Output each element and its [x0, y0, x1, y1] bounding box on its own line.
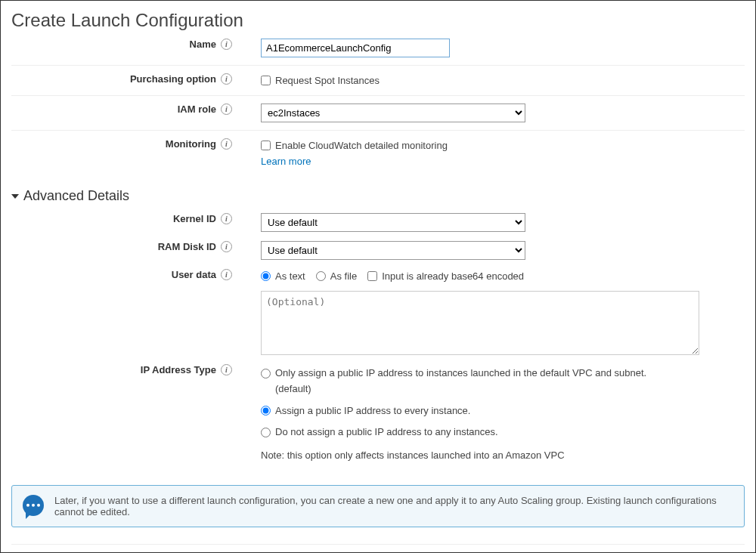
userdata-label: User data: [172, 269, 216, 280]
row-purchasing: Purchasing option i Request Spot Instanc…: [11, 65, 745, 95]
ramdisk-label: RAM Disk ID: [158, 241, 216, 252]
userdata-textarea[interactable]: [261, 291, 699, 355]
info-box-text: Later, if you want to use a different la…: [54, 495, 733, 517]
userdata-astext-radio[interactable]: [261, 271, 271, 281]
userdata-b64-label: Input is already base64 encoded: [382, 270, 524, 282]
learn-more-link[interactable]: Learn more: [261, 156, 745, 167]
info-icon[interactable]: i: [221, 39, 232, 50]
purchasing-label: Purchasing option: [130, 73, 216, 85]
monitoring-checkbox-label: Enable CloudWatch detailed monitoring: [275, 140, 448, 151]
userdata-asfile-label: As file: [330, 270, 357, 282]
ip-opt3-label: Do not assign a public IP address to any…: [275, 425, 498, 440]
ramdisk-select[interactable]: Use default: [261, 241, 525, 260]
info-icon[interactable]: i: [221, 103, 232, 115]
row-userdata: User data i As text As file Input is alr…: [11, 264, 745, 360]
row-iam: IAM role i ec2Instaces: [11, 95, 745, 130]
row-ip: IP Address Type i Only assign a public I…: [11, 360, 745, 468]
ip-opt2-label: Assign a public IP address to every inst…: [275, 403, 470, 419]
userdata-b64-checkbox[interactable]: [367, 271, 377, 281]
info-icon[interactable]: i: [221, 213, 232, 224]
ip-label: IP Address Type: [141, 364, 216, 375]
info-icon[interactable]: i: [221, 269, 232, 280]
iam-select[interactable]: ec2Instaces: [261, 103, 525, 122]
info-box: Later, if you want to use a different la…: [11, 485, 745, 527]
kernel-label: Kernel ID: [173, 213, 216, 224]
ip-opt2-radio[interactable]: [261, 406, 271, 416]
iam-label: IAM role: [178, 103, 216, 115]
info-icon[interactable]: i: [221, 364, 232, 375]
info-icon[interactable]: i: [221, 241, 232, 252]
info-icon[interactable]: i: [221, 138, 232, 150]
spot-checkbox-label: Request Spot Instances: [275, 75, 380, 86]
footer: Cancel Previous Skip to review Next: Add…: [11, 544, 745, 553]
ip-note: Note: this option only affects instances…: [261, 448, 684, 464]
speech-bubble-icon: [23, 495, 44, 516]
info-icon[interactable]: i: [221, 73, 232, 85]
advanced-details-toggle[interactable]: Advanced Details: [11, 188, 745, 204]
row-kernel: Kernel ID i Use default: [11, 209, 745, 236]
ip-opt3-radio[interactable]: [261, 428, 271, 437]
page-title: Create Launch Configuration: [11, 10, 745, 31]
row-monitoring: Monitoring i Enable CloudWatch detailed …: [11, 130, 745, 175]
spot-checkbox[interactable]: [261, 76, 271, 85]
row-name: Name i: [11, 39, 745, 65]
userdata-astext-label: As text: [275, 270, 305, 282]
kernel-select[interactable]: Use default: [261, 213, 525, 232]
ip-opt1-radio[interactable]: [261, 369, 271, 378]
row-ramdisk: RAM Disk ID i Use default: [11, 236, 745, 264]
monitoring-label: Monitoring: [166, 138, 216, 150]
monitoring-checkbox[interactable]: [261, 141, 271, 150]
ip-opt1-label: Only assign a public IP address to insta…: [275, 366, 684, 397]
userdata-asfile-radio[interactable]: [316, 271, 326, 281]
chevron-down-icon: [11, 194, 19, 199]
advanced-details-label: Advanced Details: [23, 188, 129, 204]
name-input[interactable]: [261, 39, 450, 57]
name-label: Name: [190, 39, 216, 50]
